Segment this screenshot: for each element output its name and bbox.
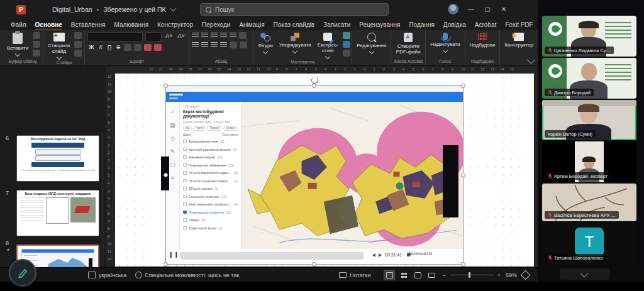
filter-chip[interactable]: Усі	[183, 126, 192, 131]
designer-button[interactable]: Конструктор	[502, 32, 535, 48]
font-name-input[interactable]	[87, 32, 143, 41]
zoom-slider[interactable]	[450, 275, 494, 275]
shape-fill-icon[interactable]	[343, 32, 350, 39]
legend-list-icon[interactable]: ≡	[171, 175, 174, 181]
back-link[interactable]: ‹ Усі карти	[183, 104, 238, 108]
layout-icon[interactable]	[74, 32, 82, 39]
text-shadow-icon[interactable]	[124, 44, 131, 51]
font-color-icon[interactable]	[154, 44, 162, 51]
ribbon-tab[interactable]: Конструктор	[153, 20, 197, 30]
sidebar-collapse-button[interactable]	[560, 268, 610, 280]
layer-row[interactable]: Об'єкти торгівлі (1)	[183, 185, 238, 193]
proofing-book-icon[interactable]	[88, 272, 96, 278]
slideshow-button[interactable]	[426, 271, 436, 280]
fit-to-window-icon[interactable]	[521, 270, 531, 280]
quick-styles-button[interactable]: Експрес-стилі	[316, 32, 340, 59]
bold-button[interactable]: Ж	[87, 43, 95, 51]
increase-indent-icon[interactable]	[220, 33, 227, 38]
ribbon-tab[interactable]: Довідка	[439, 20, 470, 30]
layer-row[interactable]: Озеленені території (12)	[183, 192, 238, 200]
maximize-button[interactable]: ▢	[483, 5, 492, 14]
layers-icon[interactable]: ▤	[170, 122, 175, 128]
vertical-ruler[interactable]: 1211109876543210123456789101112	[106, 74, 114, 267]
line-spacing-icon[interactable]	[230, 33, 236, 38]
shape-outline-icon[interactable]	[343, 41, 350, 48]
layer-checkbox[interactable]	[183, 140, 187, 143]
dictate-button[interactable]: Надиктувати	[428, 32, 462, 53]
minimize-button[interactable]: —	[467, 5, 475, 14]
reset-slide-icon[interactable]	[74, 41, 82, 48]
increase-font-icon[interactable]: A˄	[164, 32, 174, 40]
ribbon-tab[interactable]: Вставлення	[67, 20, 110, 30]
document-title[interactable]: Digital_Urban • Збережено у цей ПК	[52, 6, 175, 13]
align-center-icon[interactable]	[201, 42, 208, 48]
reading-view-button[interactable]	[413, 271, 423, 280]
numbering-icon[interactable]	[201, 33, 208, 38]
ribbon-tab[interactable]: Переходи	[197, 20, 235, 30]
justify-icon[interactable]	[220, 42, 227, 48]
resize-handle-s[interactable]	[312, 262, 316, 266]
columns-icon[interactable]	[230, 41, 237, 48]
layer-checkbox[interactable]	[183, 202, 187, 206]
resize-handle-e[interactable]	[461, 173, 465, 177]
rewind-icon[interactable]	[372, 253, 375, 257]
filter-chip[interactable]: Чинні	[193, 126, 206, 131]
black-rectangle-shape[interactable]	[443, 145, 458, 217]
highlight-color-icon[interactable]	[144, 44, 152, 51]
resize-handle-w[interactable]	[164, 173, 168, 177]
thumbnail-scrollbar[interactable]	[101, 132, 104, 267]
layer-checkbox[interactable]	[183, 211, 187, 214]
forward-icon[interactable]	[379, 253, 382, 257]
close-button[interactable]: ✕	[499, 5, 508, 14]
video-progress-bar[interactable]	[180, 252, 364, 260]
section-icon[interactable]	[74, 50, 82, 57]
layer-checkbox[interactable]	[183, 155, 187, 159]
participant-tile[interactable]: Т Татьяна Шаповаленко	[542, 222, 636, 264]
format-painter-icon[interactable]	[33, 50, 40, 57]
sort-button[interactable]: Сортувати	[223, 133, 238, 136]
slide-thumbnail-7[interactable]: База геоданих (БГД) культурної спадщини	[16, 190, 99, 236]
annotation-pen-button[interactable]	[9, 259, 36, 287]
notes-button[interactable]: Нотатки	[350, 272, 370, 278]
ribbon-tab[interactable]: Foxit PDF	[501, 20, 537, 30]
ribbon-tab[interactable]: Показ слайдів	[269, 20, 319, 30]
layer-row[interactable]: Функціональні зони (2)	[183, 138, 238, 146]
smartart-icon[interactable]	[240, 41, 247, 48]
bullets-icon[interactable]	[192, 33, 199, 38]
select-rectangle-icon[interactable]: ▢	[170, 162, 175, 168]
layer-row[interactable]: Об'єкти виробничої інфраструктури (6)	[183, 169, 238, 177]
paste-button[interactable]: Вставити	[5, 32, 30, 57]
create-pdf-button[interactable]: Створити PDF-файл	[394, 32, 423, 55]
editing-button[interactable]: Редагування	[355, 32, 388, 54]
layer-checkbox[interactable]	[183, 179, 187, 183]
accessibility-status[interactable]: Спеціальні можливості: щось не так	[145, 272, 239, 278]
gis-map[interactable]: ————	[242, 102, 463, 249]
horizontal-ruler[interactable]: 2221201918171615141312111098765432101234…	[115, 66, 538, 74]
rotate-handle[interactable]	[311, 77, 318, 84]
character-spacing-icon[interactable]	[134, 44, 142, 51]
cut-icon[interactable]	[33, 32, 40, 39]
participant-tile[interactable]: СНАУ Дмитро Бородай	[542, 58, 636, 99]
draw-polygon-icon[interactable]: ◇	[170, 135, 175, 141]
pause-icon[interactable]: ❙❙	[169, 251, 179, 258]
resize-handle-n[interactable]	[312, 84, 316, 88]
addins-button[interactable]: Надбудови	[468, 32, 497, 48]
language-indicator[interactable]: українська	[99, 272, 126, 278]
layer-row[interactable]: Категорії дорожньої мережі (3)	[183, 145, 238, 153]
edit-icon[interactable]: ✎	[170, 148, 175, 155]
decrease-font-icon[interactable]: A˅	[177, 32, 186, 40]
arrange-button[interactable]: Упорядкувати	[277, 32, 313, 53]
search-icon[interactable]: ⌕	[171, 108, 174, 115]
participant-tile[interactable]: Артем Бородай, експерт	[542, 141, 636, 182]
ribbon-tab[interactable]: Малювання	[109, 20, 153, 30]
resize-handle-sw[interactable]	[164, 262, 168, 266]
font-size-input[interactable]	[145, 32, 162, 41]
new-slide-button[interactable]: Створити слайд	[46, 32, 72, 60]
participant-tile[interactable]: Васіліса Берестнева АРХ …	[542, 184, 636, 221]
resize-handle-nw[interactable]	[164, 84, 168, 88]
ribbon-tab[interactable]: Файл	[6, 20, 31, 30]
resize-handle-ne[interactable]	[461, 84, 465, 88]
layer-row[interactable]: Інженерні мережі (13)	[183, 153, 238, 162]
layer-checkbox[interactable]	[183, 226, 187, 230]
layer-row[interactable]: Межі земельних ділянок кадастру (4)	[183, 200, 238, 209]
